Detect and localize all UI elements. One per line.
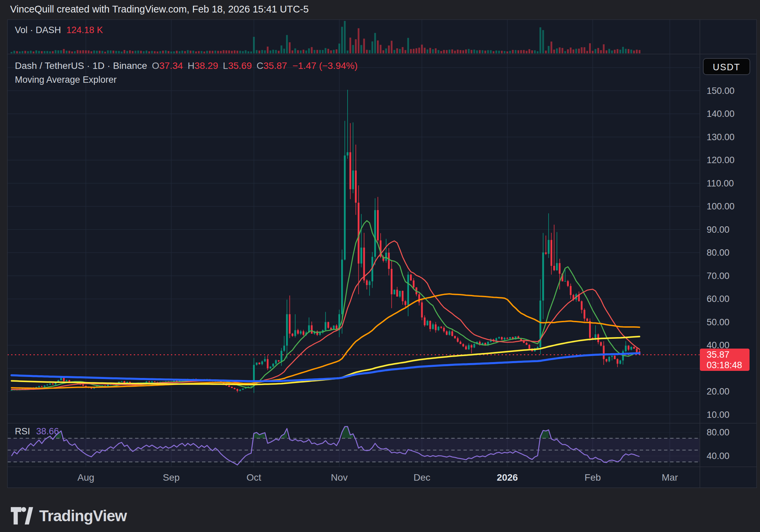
volume-bar	[405, 50, 406, 53]
time-axis-label: 2026	[497, 472, 518, 483]
volume-bar	[126, 51, 128, 53]
volume-bar	[46, 51, 48, 53]
candle-body	[63, 378, 65, 381]
volume-bar	[184, 51, 186, 53]
volume-bar	[272, 50, 274, 53]
volume-bar	[14, 51, 15, 53]
candle-body	[347, 152, 348, 156]
price-axis-label: 150.00	[707, 86, 735, 96]
volume-bar	[325, 48, 326, 53]
rsi-legend-label: RSI	[15, 426, 30, 436]
volume-bar	[162, 51, 164, 53]
ohlc-value: 35.87	[263, 60, 287, 71]
time-axis-label: Nov	[331, 472, 348, 483]
volume-bar	[509, 51, 511, 53]
candle-body	[581, 301, 582, 310]
candle-body	[603, 346, 605, 359]
volume-bar	[264, 50, 266, 53]
candle-body	[567, 281, 569, 286]
volume-bar	[234, 50, 235, 53]
candle-body	[327, 322, 329, 328]
candle-body	[435, 324, 436, 330]
volume-bar	[278, 51, 279, 53]
volume-bar	[498, 51, 500, 53]
volume-bar	[451, 49, 453, 53]
candle-body	[529, 345, 530, 349]
volume-bar	[564, 51, 566, 53]
candle-body	[319, 332, 321, 335]
currency-toggle-button[interactable]: USDT	[703, 58, 750, 75]
volume-bar	[517, 50, 519, 53]
volume-bar	[93, 50, 95, 53]
candle-body	[614, 356, 615, 359]
candle-body	[608, 357, 610, 361]
volume-bar	[473, 50, 475, 53]
volume-bar	[606, 50, 607, 53]
volume-bar	[501, 51, 503, 53]
volume-bar	[74, 51, 76, 53]
symbol-legend[interactable]: Dash / TetherUS · 1D · BinanceO37.34H38.…	[15, 60, 358, 71]
volume-bar	[104, 52, 106, 53]
volume-bar	[303, 50, 304, 53]
volume-bar	[336, 49, 337, 53]
volume-bar	[471, 50, 472, 53]
volume-legend[interactable]: Vol · DASH124.18 K	[15, 25, 103, 35]
candle-body	[146, 382, 147, 383]
price-axis-label: 10.00	[707, 410, 730, 420]
volume-bar	[482, 50, 483, 53]
price-axis-label: 110.00	[707, 178, 734, 188]
volume-bar	[611, 51, 613, 53]
candle-body	[553, 266, 555, 270]
tradingview-logo[interactable]: TradingView	[11, 507, 127, 525]
volume-bar	[173, 51, 175, 53]
volume-bar	[449, 50, 450, 53]
volume-bar	[214, 51, 216, 53]
candle-body	[446, 331, 448, 335]
volume-bar	[22, 51, 23, 53]
volume-bar	[19, 51, 21, 53]
time-axis-label: Dec	[413, 472, 430, 483]
volume-bar	[66, 51, 68, 53]
candle-body	[501, 337, 503, 339]
candle-body	[537, 347, 538, 348]
volume-bar	[523, 50, 525, 53]
volume-bar	[333, 50, 335, 53]
volume-bar	[435, 48, 436, 53]
candle-body	[264, 359, 266, 361]
volume-bar	[179, 51, 180, 53]
candle-body	[369, 281, 371, 285]
candle-body	[589, 321, 591, 338]
candle-body	[619, 360, 621, 364]
volume-bar	[63, 49, 65, 53]
candle-body	[405, 301, 406, 305]
candle-body	[239, 390, 241, 391]
ohlc-values: O37.34H38.29L35.69C35.87	[147, 60, 287, 71]
volume-bar	[344, 21, 346, 53]
volume-bar	[112, 51, 114, 53]
volume-bar	[446, 50, 448, 53]
candle-body	[462, 344, 464, 347]
ohlc-letter: H	[188, 60, 195, 71]
volume-bar	[181, 51, 183, 53]
volume-bar	[313, 50, 315, 53]
volume-bar	[170, 51, 172, 53]
candle-body	[278, 360, 279, 361]
volume-bar	[24, 51, 26, 53]
indicator-legend[interactable]: Moving Average Explorer	[15, 75, 117, 85]
symbol-name: Dash / TetherUS · 1D · Binance	[15, 60, 147, 71]
volume-bar	[573, 50, 574, 53]
volume-bar	[316, 50, 318, 53]
volume-bar	[553, 50, 555, 53]
volume-bar	[85, 50, 87, 53]
volume-bar	[110, 50, 111, 53]
volume-bar	[308, 48, 310, 53]
candle-body	[394, 290, 395, 295]
volume-bar	[55, 50, 56, 53]
volume-bar	[457, 50, 459, 53]
volume-bar	[281, 45, 282, 53]
ohlc-letter: O	[152, 60, 159, 71]
candle-body	[551, 240, 552, 266]
volume-bar	[88, 50, 90, 53]
rsi-legend[interactable]: RSI38.66	[15, 426, 59, 437]
volume-bar	[49, 51, 51, 53]
